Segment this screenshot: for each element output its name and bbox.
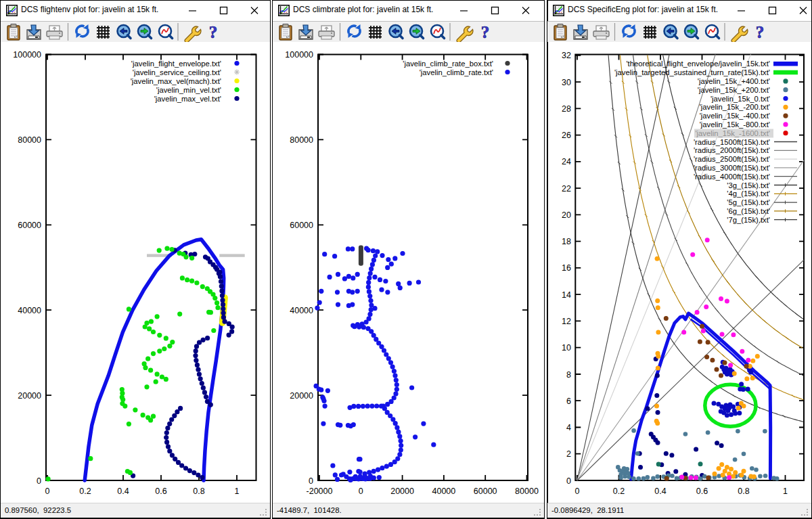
svg-text:0: 0 bbox=[37, 476, 41, 486]
svg-text:30: 30 bbox=[562, 78, 571, 87]
svg-text:'javelin_service_ceiling.txt': 'javelin_service_ceiling.txt' bbox=[133, 68, 221, 76]
svg-text:0.4: 0.4 bbox=[654, 487, 666, 496]
svg-text:80000: 80000 bbox=[18, 135, 41, 145]
svg-text:100000: 100000 bbox=[13, 50, 41, 60]
svg-text:'radius_2500ft(15k).txt': 'radius_2500ft(15k).txt' bbox=[694, 155, 770, 163]
svg-text:'javelin_15k_-200.txt': 'javelin_15k_-200.txt' bbox=[700, 103, 770, 111]
svg-text:'6g_(15k).txt': '6g_(15k).txt' bbox=[727, 207, 770, 215]
svg-text:'3g_(15k).txt': '3g_(15k).txt' bbox=[727, 181, 770, 189]
svg-text:4: 4 bbox=[566, 423, 571, 432]
svg-text:40000: 40000 bbox=[290, 306, 313, 315]
svg-text:16: 16 bbox=[562, 263, 571, 273]
svg-text:-20000: -20000 bbox=[307, 487, 333, 496]
svg-text:20000: 20000 bbox=[290, 391, 313, 401]
svg-text:8: 8 bbox=[566, 370, 571, 380]
svg-text:20: 20 bbox=[562, 210, 571, 220]
svg-text:60000: 60000 bbox=[474, 487, 497, 496]
svg-text:60000: 60000 bbox=[18, 221, 41, 230]
svg-text:0.2: 0.2 bbox=[613, 487, 625, 496]
svg-text:?: ? bbox=[481, 23, 490, 41]
svg-text:0: 0 bbox=[575, 487, 580, 496]
svg-text:'javelin_climb_rate.txt': 'javelin_climb_rate.txt' bbox=[420, 68, 493, 76]
svg-text:20000: 20000 bbox=[18, 391, 41, 401]
svg-text:'javelin_15k_+400.txt': 'javelin_15k_+400.txt' bbox=[698, 77, 770, 85]
svg-text:'radius_3000ft(15k).txt': 'radius_3000ft(15k).txt' bbox=[694, 164, 770, 172]
svg-text:'javelin_targeted_sustained_tu: 'javelin_targeted_sustained_turn_rate(15… bbox=[614, 68, 770, 76]
svg-text:0.8: 0.8 bbox=[193, 487, 204, 496]
svg-text:0: 0 bbox=[359, 487, 363, 496]
svg-text:60000: 60000 bbox=[290, 221, 313, 230]
svg-text:0.6: 0.6 bbox=[696, 487, 708, 496]
svg-text:?: ? bbox=[756, 23, 765, 41]
svg-text:0.2: 0.2 bbox=[79, 487, 91, 496]
svg-text:20000: 20000 bbox=[390, 487, 414, 496]
svg-text:10: 10 bbox=[562, 343, 571, 353]
svg-text:2: 2 bbox=[566, 449, 571, 459]
svg-text:'javelin_max_vel(mach).txt': 'javelin_max_vel(mach).txt' bbox=[131, 77, 221, 85]
svg-text:'7g_(15k).txt': '7g_(15k).txt' bbox=[727, 216, 770, 224]
svg-text:0: 0 bbox=[309, 476, 313, 486]
svg-text:22: 22 bbox=[562, 184, 571, 194]
svg-text:'theoretical_flight_envelope/j: 'theoretical_flight_envelope/javelin_15k… bbox=[626, 60, 770, 68]
svg-text:12: 12 bbox=[562, 317, 571, 326]
svg-text:26: 26 bbox=[562, 131, 571, 140]
svg-text:100000: 100000 bbox=[285, 50, 313, 60]
svg-text:'javelin_15k_0.txt': 'javelin_15k_0.txt' bbox=[710, 95, 770, 103]
svg-text:'radius_4000ft(15k).txt': 'radius_4000ft(15k).txt' bbox=[694, 173, 770, 181]
svg-text:'javelin_15k_-400.txt': 'javelin_15k_-400.txt' bbox=[700, 112, 770, 120]
svg-text:1: 1 bbox=[235, 487, 240, 496]
svg-text:'5g_(15k).txt': '5g_(15k).txt' bbox=[727, 198, 770, 206]
svg-text:?: ? bbox=[209, 23, 218, 41]
svg-text:0.4: 0.4 bbox=[117, 487, 129, 496]
svg-text:'javelin_max_vel.txt': 'javelin_max_vel.txt' bbox=[154, 95, 221, 103]
svg-text:0.8: 0.8 bbox=[738, 487, 749, 496]
svg-text:6: 6 bbox=[566, 397, 571, 406]
svg-text:'radius_1500ft(15k).txt': 'radius_1500ft(15k).txt' bbox=[694, 138, 770, 146]
svg-text:14: 14 bbox=[562, 290, 571, 300]
svg-text:'javelin_flight_envelope.txt': 'javelin_flight_envelope.txt' bbox=[131, 60, 221, 68]
svg-text:24: 24 bbox=[562, 157, 571, 166]
svg-text:0: 0 bbox=[566, 476, 571, 486]
svg-text:'javelin_15k_+200.txt': 'javelin_15k_+200.txt' bbox=[698, 86, 770, 94]
svg-text:18: 18 bbox=[562, 237, 571, 246]
svg-text:'radius_2000ft(15k).txt': 'radius_2000ft(15k).txt' bbox=[694, 146, 770, 154]
svg-text:'javelin_min_vel.txt': 'javelin_min_vel.txt' bbox=[156, 86, 221, 94]
svg-text:'javelin_15k_-1600.txt': 'javelin_15k_-1600.txt' bbox=[695, 129, 770, 137]
svg-text:'javelin_climb_rate_box.txt': 'javelin_climb_rate_box.txt' bbox=[403, 60, 493, 68]
svg-text:28: 28 bbox=[562, 104, 571, 114]
svg-text:0: 0 bbox=[45, 487, 50, 496]
svg-text:80000: 80000 bbox=[290, 135, 313, 145]
svg-text:80000: 80000 bbox=[515, 487, 539, 496]
svg-text:1: 1 bbox=[783, 487, 788, 496]
svg-text:40000: 40000 bbox=[432, 487, 456, 496]
svg-text:0.6: 0.6 bbox=[155, 487, 166, 496]
svg-text:'javelin_15k_-800.txt': 'javelin_15k_-800.txt' bbox=[700, 120, 770, 129]
svg-text:32: 32 bbox=[562, 51, 571, 60]
svg-text:'4g_(15k).txt': '4g_(15k).txt' bbox=[727, 189, 770, 198]
svg-text:40000: 40000 bbox=[18, 306, 41, 315]
